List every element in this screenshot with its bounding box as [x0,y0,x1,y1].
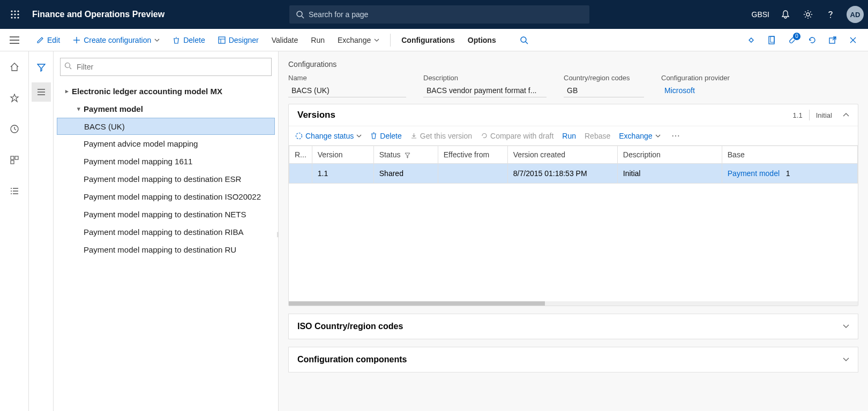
tree-filter-input[interactable] [60,58,272,76]
col-version[interactable]: Version [312,146,373,164]
versions-hdr-status: Initial [816,111,832,119]
tree-item[interactable]: BACS (UK) [57,118,275,135]
help-icon[interactable] [824,8,837,21]
version-run-button[interactable]: Run [562,132,576,140]
chevron-up-icon[interactable] [843,113,849,117]
home-icon[interactable] [3,56,26,78]
hamburger-icon[interactable] [8,33,21,47]
chevron-down-icon [843,357,849,362]
page-icon[interactable] [763,32,780,49]
configurations-label: Configurations [401,36,455,44]
cmdbar-search-button[interactable] [513,29,535,51]
tree-item[interactable]: Payment model mapping to destination RU [57,241,275,258]
tree-panel: ▸Electronic ledger accounting model MX▾P… [54,51,279,411]
pin-icon[interactable] [743,32,760,49]
chevron-down-icon [356,134,362,138]
gear-icon[interactable] [802,8,814,21]
name-value[interactable]: BACS (UK) [288,84,406,97]
search-icon [64,62,72,70]
recent-icon[interactable] [3,118,26,140]
cell-created: 8/7/2015 01:18:53 PM [507,164,617,184]
bell-icon[interactable] [779,8,792,21]
tree-item-label: Payment model [84,104,143,113]
components-card[interactable]: Configuration components [288,347,858,372]
attachments-icon[interactable]: 0 [783,32,800,49]
list-view-icon[interactable] [32,82,51,102]
exchange-label: Exchange [338,36,371,44]
table-row[interactable]: 1.1Shared8/7/2015 01:18:53 PMInitialPaym… [289,164,858,184]
company-code[interactable]: GBSI [752,10,769,19]
modules-icon[interactable] [3,180,26,202]
filter-icon[interactable] [32,58,51,77]
col-effective[interactable]: Effective from [438,146,507,164]
svg-point-0 [11,10,12,12]
chevron-down-icon [655,134,661,138]
col-r[interactable]: R... [289,146,312,164]
edit-button[interactable]: Edit [30,29,66,51]
configurations-button[interactable]: Configurations [395,29,461,51]
svg-point-6 [11,17,12,18]
search-input[interactable] [309,10,583,19]
horizontal-scrollbar[interactable] [289,301,858,306]
arrow-down-icon[interactable]: ▾ [74,105,84,112]
tree-item[interactable]: ▸Electronic ledger accounting model MX [57,82,275,100]
plus-icon [73,36,80,44]
country-codes-value[interactable]: GB [564,84,644,97]
avatar[interactable]: AD [847,6,864,23]
delete-button[interactable]: Delete [166,29,211,51]
change-status-button[interactable]: Change status [295,132,362,140]
svg-point-12 [830,17,831,18]
refresh-icon[interactable] [804,32,821,49]
pencil-icon [36,36,44,44]
svg-point-3 [11,13,12,15]
arrow-right-icon[interactable]: ▸ [62,88,72,95]
configuration-tree: ▸Electronic ledger accounting model MX▾P… [54,82,278,258]
tree-item[interactable]: Payment model mapping to destination ISO… [57,188,275,206]
rebase-button: Rebase [585,132,610,140]
col-created[interactable]: Version created [507,146,617,164]
name-label: Name [288,74,406,82]
version-delete-button[interactable]: Delete [370,132,401,140]
tree-item-label: Payment model mapping 1611 [84,157,192,166]
trash-icon [173,36,180,44]
options-button[interactable]: Options [461,29,503,51]
tree-item[interactable]: Payment model mapping 1611 [57,153,275,170]
description-value[interactable]: BACS vendor payment format f... [423,84,547,97]
command-bar: Edit Create configuration Delete Designe… [0,29,868,51]
exchange-button[interactable]: Exchange [331,29,386,51]
tree-item[interactable]: Payment model mapping to destination RIB… [57,223,275,241]
tree-item[interactable]: Payment model mapping to destination ESR [57,170,275,188]
trash-icon [370,132,377,139]
col-status-label: Status [379,150,401,159]
tree-item[interactable]: Payment advice model mapping [57,135,275,153]
svg-rect-24 [770,36,774,42]
app-launcher-icon[interactable] [4,4,26,25]
col-base[interactable]: Base [722,146,857,164]
workspaces-icon[interactable] [3,149,26,171]
col-description[interactable]: Description [617,146,722,164]
cell-effective [438,164,507,184]
version-exchange-button[interactable]: Exchange [619,132,660,140]
designer-button[interactable]: Designer [212,29,265,51]
run-button[interactable]: Run [304,29,331,51]
close-icon[interactable] [844,32,862,49]
popout-icon[interactable] [824,32,841,49]
validate-button[interactable]: Validate [265,29,305,51]
svg-point-4 [14,13,16,15]
more-icon[interactable]: ⋯ [671,131,681,141]
global-search[interactable] [289,5,589,24]
version-delete-label: Delete [380,132,401,140]
svg-point-41 [65,63,70,68]
tree-item[interactable]: ▾Payment model [57,100,275,118]
svg-rect-31 [11,161,14,164]
provider-value[interactable]: Microsoft [661,84,768,97]
left-rail [0,51,29,411]
tree-item[interactable]: Payment model mapping to destination NET… [57,206,275,223]
svg-point-21 [521,37,526,42]
base-link[interactable]: Payment model [728,169,780,178]
create-configuration-button[interactable]: Create configuration [66,29,166,51]
iso-codes-card[interactable]: ISO Country/region codes [288,314,858,339]
favorites-icon[interactable] [3,87,26,109]
provider-label: Configuration provider [661,74,768,82]
col-status[interactable]: Status [373,146,438,164]
